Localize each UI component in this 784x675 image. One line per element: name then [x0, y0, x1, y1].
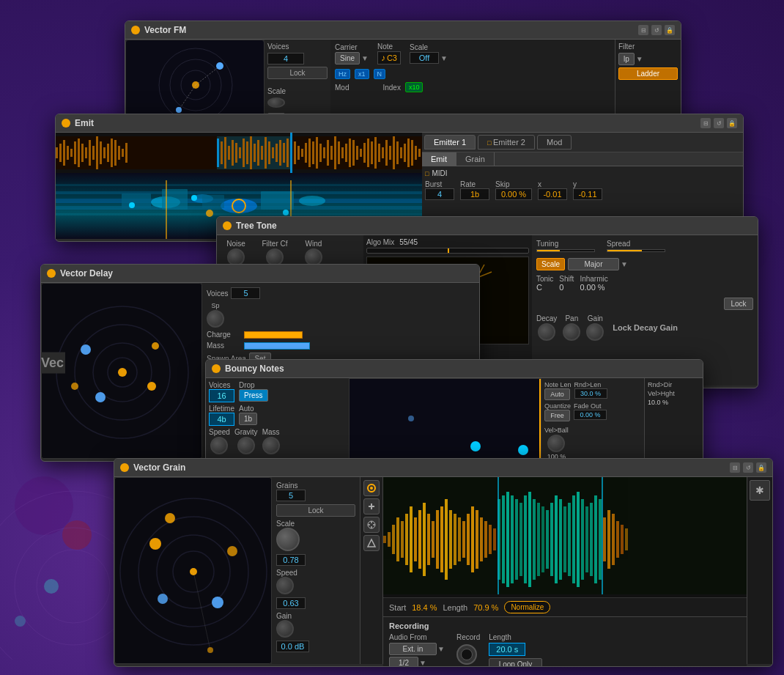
vd-voices-value[interactable]: 5: [231, 287, 260, 299]
emit-icon-1[interactable]: ⊟: [700, 118, 711, 128]
grain-tab[interactable]: Grain: [456, 152, 495, 166]
vg-tool-3[interactable]: [363, 517, 380, 533]
lock-button[interactable]: Lock: [267, 67, 328, 79]
mod-tab[interactable]: Mod: [537, 135, 572, 150]
note-text[interactable]: C3: [387, 54, 397, 62]
tonic-value[interactable]: C: [536, 283, 553, 292]
svg-rect-68: [327, 140, 329, 166]
shift-value[interactable]: 0: [559, 283, 574, 292]
record-btn[interactable]: [456, 644, 477, 665]
pan-knob[interactable]: [563, 323, 580, 341]
svg-rect-163: [410, 506, 413, 572]
charge-bar[interactable]: [244, 331, 303, 339]
bn-drop-btn[interactable]: Press: [239, 389, 268, 402]
bounce-dot-1: [470, 441, 481, 451]
mass-bar[interactable]: [244, 342, 310, 350]
y-value[interactable]: -0.11: [573, 188, 602, 200]
scale-btn[interactable]: Scale: [536, 258, 565, 270]
algo-mix-slider[interactable]: [366, 248, 529, 254]
rate-value[interactable]: 1b: [460, 188, 489, 200]
emitter1-tab[interactable]: Emitter 1: [424, 135, 476, 150]
fade-out-value[interactable]: 0.00 %: [574, 410, 607, 420]
vg-scale-value[interactable]: 0.78: [276, 554, 306, 566]
audio-from-sub[interactable]: 1/2: [389, 657, 418, 667]
vg-tool-1[interactable]: [363, 480, 380, 496]
quantize-value[interactable]: Free: [544, 410, 570, 421]
filter-type-btn[interactable]: Ladder: [618, 67, 678, 80]
vg-speed-value[interactable]: 0.63: [276, 597, 306, 609]
vg-icon-3[interactable]: 🔒: [756, 462, 766, 473]
vel-ball-knob[interactable]: [547, 435, 565, 452]
bn-speed-knob[interactable]: [210, 437, 228, 454]
star-btn[interactable]: ✱: [750, 480, 770, 501]
bn-gravity-label: Gravity: [234, 428, 258, 436]
vg-gain-value[interactable]: 0.0 dB: [276, 641, 309, 652]
emit-icon-3[interactable]: 🔒: [727, 118, 737, 128]
start-value[interactable]: 18.4 %: [412, 603, 437, 612]
audio-from-value[interactable]: Ext. in: [389, 643, 437, 655]
x1-btn[interactable]: x1: [355, 69, 369, 79]
scale-value[interactable]: Major: [568, 258, 619, 270]
inharmic-label: Inharmic: [580, 275, 607, 283]
rnd-len-value[interactable]: 30.0 %: [574, 388, 607, 399]
x-label: x: [538, 180, 567, 188]
skip-value[interactable]: 0.00 %: [495, 188, 532, 200]
rate-label: Rate: [460, 180, 489, 188]
vd-speed-knob[interactable]: [207, 310, 224, 328]
bn-gravity-knob[interactable]: [237, 437, 255, 454]
vg-scale-knob[interactable]: [276, 528, 300, 551]
note-len-value[interactable]: Auto: [544, 388, 570, 400]
vg-gain-knob[interactable]: [276, 620, 294, 638]
vg-speed-knob[interactable]: [276, 577, 294, 594]
normalize-btn[interactable]: Normalize: [504, 601, 550, 613]
carrier-value[interactable]: Sine: [335, 52, 360, 64]
vg-icon-2[interactable]: ↺: [743, 462, 753, 473]
spread-slider[interactable]: [607, 249, 665, 252]
decay-knob[interactable]: [538, 323, 555, 341]
vector-fm-icon-3[interactable]: 🔒: [665, 25, 675, 35]
length-rec-value[interactable]: 20.0 s: [489, 643, 525, 656]
emit-icon-2[interactable]: ↺: [714, 118, 724, 128]
bn-voices-value[interactable]: 16: [209, 389, 234, 402]
algo-mix-text: Algo Mix: [366, 238, 394, 246]
filter-value[interactable]: lp: [618, 53, 635, 65]
svg-rect-42: [232, 140, 234, 166]
svg-rect-99: [56, 213, 422, 215]
vector-grain-title: Vector Grain: [133, 462, 725, 473]
bn-lifetime-value[interactable]: 4b: [209, 413, 234, 426]
skip-label: Skip: [495, 180, 532, 188]
svg-rect-196: [555, 495, 558, 583]
scale-off[interactable]: Off: [410, 52, 439, 64]
svg-rect-88: [400, 147, 402, 158]
filter-cf-label: Filter Cf: [262, 240, 288, 248]
svg-rect-159: [392, 525, 395, 554]
emit-tab[interactable]: Emit: [422, 152, 456, 166]
vector-fm-icon-1[interactable]: ⊟: [638, 25, 648, 35]
voices-value[interactable]: 4: [267, 53, 304, 64]
scale-knob[interactable]: [267, 97, 285, 108]
burst-value[interactable]: 4: [425, 188, 454, 200]
svg-rect-66: [319, 144, 322, 162]
vg-icon-1[interactable]: ⊟: [730, 462, 740, 473]
vg-grains-value[interactable]: 5: [276, 490, 306, 501]
n-btn[interactable]: N: [374, 69, 386, 79]
tuning-slider[interactable]: [536, 249, 595, 252]
emitter2-tab[interactable]: □ Emitter 2: [478, 135, 535, 150]
loop-only-btn[interactable]: Loop Only: [489, 658, 541, 667]
hz-btn[interactable]: Hz: [335, 69, 350, 79]
tree-lock-btn[interactable]: Lock: [724, 298, 753, 310]
svg-rect-65: [316, 137, 318, 169]
x10-btn[interactable]: x10: [405, 82, 424, 92]
inharmic-value[interactable]: 0.00 %: [580, 283, 607, 292]
vg-tool-2[interactable]: [363, 498, 380, 514]
length-value[interactable]: 70.9 %: [473, 603, 498, 612]
gain-knob[interactable]: [586, 323, 604, 341]
vg-lock-btn[interactable]: Lock: [276, 504, 355, 517]
bn-mass-knob[interactable]: [262, 437, 280, 454]
bn-auto-btn[interactable]: 1b: [239, 413, 257, 425]
emitter2-label: Emitter 2: [493, 138, 525, 147]
x-value[interactable]: -0.01: [538, 188, 567, 200]
rnd-dir-label: Rnd>Dir: [648, 381, 700, 388]
vg-tool-4[interactable]: [363, 535, 380, 551]
vector-fm-icon-2[interactable]: ↺: [651, 25, 662, 35]
